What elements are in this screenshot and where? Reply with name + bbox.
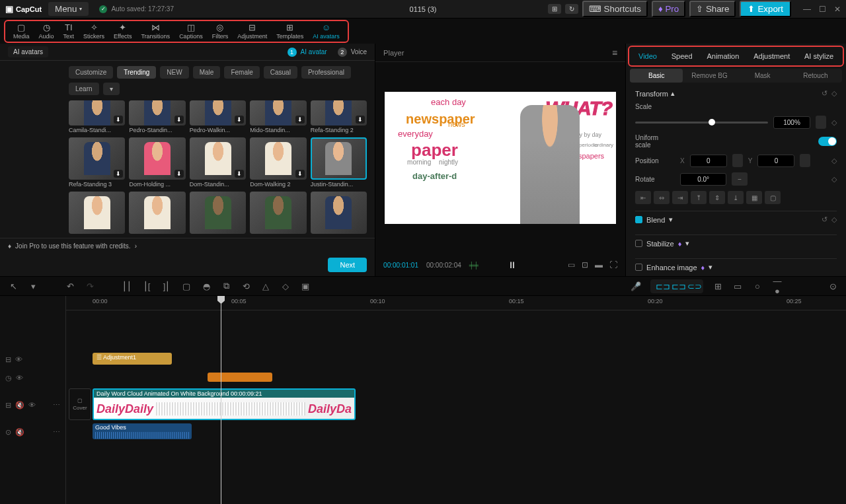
tab-media[interactable]: ▢Media <box>9 23 34 40</box>
filter-professional[interactable]: Professional <box>301 66 351 79</box>
keyframe-icon[interactable]: ◇ <box>831 215 837 224</box>
tab-video[interactable]: Video <box>634 50 661 63</box>
zoom-out-icon[interactable]: ○ <box>752 281 763 291</box>
avatar-card[interactable]: ⬇Pedro-Walkin... <box>190 100 246 133</box>
trim-right-icon[interactable]: ]⎮ <box>161 281 172 291</box>
avatar-card[interactable]: Justin-Standin... <box>311 137 367 188</box>
pro-button[interactable]: ♦ Pro <box>652 1 685 17</box>
pos-y-spinner[interactable] <box>800 154 810 167</box>
keyframe-icon[interactable]: ◇ <box>831 157 837 165</box>
subtab-retouch[interactable]: Retouch <box>789 69 842 83</box>
reverse-icon[interactable]: ⟲ <box>241 281 251 291</box>
trim-left-icon[interactable]: ⎮[ <box>141 281 152 291</box>
pointer-menu-icon[interactable]: ▾ <box>28 281 38 291</box>
download-icon[interactable]: ⬇ <box>114 116 123 124</box>
stabilize-section[interactable]: Stabilize ♦ ▾ <box>635 234 837 252</box>
filter-learn[interactable]: Learn <box>69 83 99 95</box>
avatar-card[interactable] <box>311 192 367 234</box>
filter-casual[interactable]: Casual <box>264 66 297 79</box>
audio-mute-icon[interactable]: 🔇 <box>15 428 24 437</box>
scale-icon[interactable]: ⊡ <box>582 260 588 270</box>
avatar-card[interactable] <box>69 192 125 234</box>
avatar-card[interactable]: ⬇Dom-Standin... <box>190 137 246 188</box>
download-icon[interactable]: ⬇ <box>174 170 184 178</box>
align-right-icon[interactable]: ⇥ <box>672 191 688 204</box>
filter-trending[interactable]: Trending <box>117 66 156 79</box>
playhead[interactable] <box>221 296 221 504</box>
undo-icon[interactable]: ↶ <box>65 281 75 291</box>
track-header-icon[interactable]: ▭ <box>732 281 743 291</box>
tab-audio[interactable]: ◷Audio <box>35 23 58 40</box>
rotate-icon[interactable]: ◇ <box>280 281 291 291</box>
split-icon[interactable]: ⎮⎮ <box>122 281 132 291</box>
filter-more[interactable]: ▾ <box>103 83 120 95</box>
timeline-tracks[interactable]: 00:00 00:05 00:10 00:15 00:20 00:25 ☰ Ad… <box>66 296 846 504</box>
copy-icon[interactable]: ⧉ <box>221 281 231 291</box>
avatar-card[interactable] <box>250 192 306 234</box>
tab-speed[interactable]: Speed <box>668 50 697 63</box>
download-icon[interactable]: ⬇ <box>295 170 305 178</box>
audio-lock-icon[interactable]: ⊙ <box>5 428 11 437</box>
video-mute-icon[interactable]: 🔇 <box>15 401 24 410</box>
step-avatar[interactable]: 1AI avatar <box>288 48 327 57</box>
crop-icon[interactable]: ▣ <box>300 281 311 291</box>
transform-title[interactable]: Transform ▴↺◇ <box>635 89 837 98</box>
filter-new[interactable]: NEW <box>160 66 188 79</box>
avatar-card[interactable] <box>190 192 246 234</box>
step-voice[interactable]: 2Voice <box>338 48 367 57</box>
subtab-basic[interactable]: Basic <box>630 69 683 83</box>
scale-input[interactable] <box>773 116 810 129</box>
download-icon[interactable]: ⬇ <box>235 170 244 178</box>
keyframe-icon[interactable]: ◇ <box>831 89 837 98</box>
keyframe-icon[interactable]: ◇ <box>831 118 837 127</box>
video-lock-icon[interactable]: ⊟ <box>5 401 11 410</box>
scale-spinner[interactable] <box>816 116 826 129</box>
filter-male[interactable]: Male <box>193 66 221 79</box>
enhance-section[interactable]: Enhance image ♦ ▾ <box>635 258 837 275</box>
avatar-card[interactable]: ⬇Refa-Standing 2 <box>311 100 367 133</box>
mirror-icon[interactable]: △ <box>260 281 271 291</box>
shortcuts-button[interactable]: ⌨ Shortcuts <box>582 1 648 17</box>
reset-icon[interactable]: ↺ <box>822 215 827 224</box>
pos-x-spinner[interactable] <box>732 154 743 167</box>
pos-y-input[interactable] <box>757 155 794 167</box>
adj-lock-icon[interactable]: ⊟ <box>5 355 11 364</box>
uniform-toggle[interactable] <box>818 137 837 146</box>
fx-clock-icon[interactable]: ◷ <box>5 374 12 382</box>
avatar-card[interactable]: ⬇Mido-Standin... <box>250 100 306 133</box>
subtab-remove-bg[interactable]: Remove BG <box>683 69 736 83</box>
download-icon[interactable]: ⬇ <box>235 116 244 124</box>
tab-animation[interactable]: Animation <box>703 50 743 63</box>
adjustment-clip[interactable]: ☰ Adjustment1 <box>93 353 172 365</box>
tab-ai-avatars[interactable]: ☺AI avatars <box>309 23 344 40</box>
magnet-main-icon[interactable]: ⊏⊐ <box>656 281 666 291</box>
maximize-icon[interactable]: ☐ <box>819 5 826 14</box>
download-icon[interactable]: ⬇ <box>295 116 305 124</box>
mask-clip[interactable] <box>208 373 272 382</box>
avatar-card[interactable]: ⬇Refa-Standing 3 <box>69 137 125 188</box>
avatar-card[interactable]: ⬇Dom-Walking 2 <box>250 137 306 188</box>
tab-captions[interactable]: ◫Captions <box>175 23 207 40</box>
filter-female[interactable]: Female <box>224 66 259 79</box>
redo-icon[interactable]: ↷ <box>85 281 95 291</box>
cover-button[interactable]: ▢Cover <box>69 388 91 420</box>
pointer-icon[interactable]: ↖ <box>8 281 19 291</box>
align-center-h-icon[interactable]: ⇔ <box>654 191 670 204</box>
mic-icon[interactable]: 🎤 <box>631 281 641 291</box>
tab-effects[interactable]: ✦Effects <box>110 23 135 40</box>
close-icon[interactable]: ✕ <box>834 5 841 14</box>
rotate-input[interactable] <box>680 173 726 186</box>
enhance-checkbox[interactable] <box>635 264 642 271</box>
minimize-icon[interactable]: — <box>803 5 811 14</box>
align-left-icon[interactable]: ⇤ <box>635 191 651 204</box>
fx-visible-icon[interactable]: 👁 <box>16 374 23 382</box>
video-clip[interactable]: Daily Word Cloud Animated On White Backg… <box>93 388 356 420</box>
avatar-card[interactable]: ⬇Dom-Holding ... <box>129 137 185 188</box>
tab-adjustment[interactable]: ⊟Adjustment <box>233 23 271 40</box>
align-center-v-icon[interactable]: ⇕ <box>709 191 725 204</box>
avatar-card[interactable] <box>129 192 185 234</box>
audio-meter-icon[interactable]: ╪╪ <box>469 262 479 269</box>
player-viewport[interactable]: each day newspaper news everyday paper m… <box>375 62 625 254</box>
preview-icon[interactable]: ⊞ <box>712 281 723 291</box>
magnet-link-icon[interactable]: ⊂⊃ <box>687 281 698 291</box>
